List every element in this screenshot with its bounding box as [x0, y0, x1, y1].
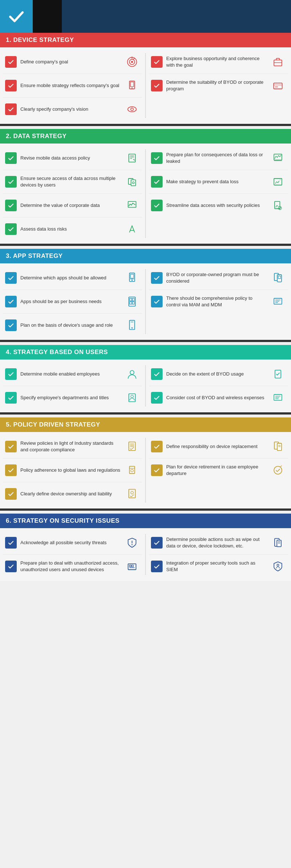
- item-text: Revise mobile data access policy: [20, 155, 121, 161]
- svg-rect-36: [130, 302, 132, 304]
- svg-point-72: [132, 544, 133, 545]
- item-illustration-icon: [270, 390, 286, 406]
- item-text: Review policies in light of Industry sta…: [20, 440, 121, 453]
- list-item: Ensure mobile strategy reflects company'…: [3, 74, 142, 98]
- check-icon: [5, 392, 17, 404]
- svg-point-69: [274, 466, 282, 474]
- svg-rect-13: [274, 84, 282, 86]
- item-text: Explore business opportunity and coheren…: [166, 55, 267, 68]
- section-separator: [0, 340, 291, 342]
- section-device-body: Define company's goal Ensure mobile stra…: [0, 47, 291, 124]
- svg-rect-15: [129, 154, 135, 162]
- check-icon: [5, 319, 17, 331]
- section-data-header: 2. DATA STRATEGY: [0, 129, 291, 144]
- svg-rect-60: [129, 466, 135, 474]
- check-icon: [5, 368, 17, 380]
- list-item: Prepare plan for consequences of data lo…: [149, 146, 288, 170]
- section-security-left-col: Acknowledge all possible security threat…: [0, 531, 145, 578]
- list-item: Plan on the basis of device's usage and …: [3, 314, 142, 337]
- section-app-left-col: Determine which apps should be allowed A…: [0, 266, 145, 337]
- check-icon: [5, 103, 17, 115]
- list-item: Define company's goal: [3, 50, 142, 74]
- item-text: Prepare plan for consequences of data lo…: [166, 152, 267, 164]
- check-icon: [151, 537, 163, 549]
- svg-rect-66: [277, 443, 282, 451]
- list-item: Explore business opportunity and coheren…: [149, 50, 288, 74]
- item-text: Streamline data access with security pol…: [166, 202, 267, 209]
- section-data-right-col: Prepare plan for consequences of data lo…: [146, 146, 291, 241]
- check-icon: [151, 80, 163, 91]
- section-separator: [0, 124, 291, 126]
- svg-rect-20: [131, 180, 136, 186]
- item-text: Determine the value of corporate data: [20, 202, 121, 209]
- svg-rect-12: [274, 83, 282, 89]
- section-policy-header: 5. POLICY DRIVEN STRATEGY: [0, 417, 291, 432]
- check-icon: [5, 80, 17, 91]
- svg-rect-63: [129, 489, 135, 498]
- check-icon: [5, 296, 17, 307]
- item-illustration-icon: [270, 535, 286, 551]
- section-device-header: 1. DEVICE STRATEGY: [0, 33, 291, 47]
- svg-line-70: [280, 466, 282, 467]
- list-item: Policy adherence to global laws and regu…: [3, 459, 142, 482]
- svg-rect-37: [132, 302, 134, 304]
- item-text: BYOD or corporate-owned program must be …: [166, 271, 267, 284]
- item-illustration-icon: [270, 54, 286, 70]
- section-policy: 5. POLICY DRIVEN STRATEGY Review policie…: [0, 417, 291, 511]
- section-device-left-col: Define company's goal Ensure mobile stra…: [0, 50, 145, 121]
- page-header: [0, 0, 291, 33]
- check-icon: [5, 272, 17, 284]
- svg-rect-26: [274, 178, 282, 185]
- item-text: Determine possible actions such as wipe …: [166, 536, 267, 549]
- list-item: Determine the suitability of BYOD or cor…: [149, 74, 288, 97]
- svg-rect-7: [131, 82, 134, 87]
- item-illustration-icon: [124, 78, 140, 94]
- item-text: Define responsibility on device replacem…: [166, 443, 267, 450]
- section-users-header: 4. STRATEGY BASED ON USERS: [0, 345, 291, 360]
- header-number: [33, 0, 62, 33]
- check-icon: [5, 152, 17, 164]
- section-data: 2. DATA STRATEGY Revise mobile data acce…: [0, 129, 291, 246]
- item-illustration-icon: [124, 439, 140, 455]
- section-device-right-col: Explore business opportunity and coheren…: [146, 50, 291, 121]
- item-illustration-icon: [270, 78, 286, 94]
- item-text: Clearly define device ownership and liab…: [20, 491, 121, 497]
- item-illustration-icon: [270, 270, 286, 286]
- list-item: Acknowledge all possible security threat…: [3, 531, 142, 555]
- section-app-right-col: BYOD or corporate-owned program must be …: [146, 266, 291, 337]
- list-item: Prepare plan to deal with unauthorized a…: [3, 555, 142, 578]
- item-illustration-icon: [270, 439, 286, 455]
- list-item: Define responsibility on device replacem…: [149, 435, 288, 459]
- item-illustration-icon: [124, 535, 140, 551]
- check-icon: [5, 176, 17, 188]
- item-illustration-icon: [124, 101, 140, 117]
- svg-rect-35: [132, 298, 134, 301]
- check-icon: [151, 200, 163, 211]
- list-item: There should be comprehensive policy to …: [149, 290, 288, 313]
- svg-line-4: [133, 58, 135, 59]
- section-users-body: Determine mobile enabled employees Speci…: [0, 360, 291, 412]
- item-illustration-icon: [124, 294, 140, 310]
- item-text: Integration of proper security tools suc…: [166, 560, 267, 573]
- section-separator: [0, 508, 291, 511]
- svg-point-32: [131, 280, 133, 281]
- item-text: Prepare plan to deal with unauthorized a…: [20, 560, 121, 573]
- section-security-header: 6. STRATEGY ON SECURITY ISSUES: [0, 514, 291, 528]
- check-icon: [5, 537, 17, 549]
- item-illustration-icon: [270, 558, 286, 574]
- item-illustration-icon: [124, 462, 140, 478]
- svg-rect-24: [274, 154, 282, 160]
- list-item: Revise mobile data access policy: [3, 146, 142, 170]
- check-icon: [151, 272, 163, 284]
- section-separator: [0, 412, 291, 415]
- svg-point-62: [131, 469, 133, 472]
- item-illustration-icon: [270, 174, 286, 190]
- check-icon: [5, 223, 17, 235]
- item-illustration-icon: [124, 366, 140, 382]
- item-illustration-icon: [124, 221, 140, 237]
- svg-point-50: [131, 395, 133, 398]
- svg-rect-34: [130, 298, 132, 301]
- check-icon: [5, 488, 17, 500]
- section-security: 6. STRATEGY ON SECURITY ISSUES Acknowled…: [0, 514, 291, 581]
- section-users: 4. STRATEGY BASED ON USERS Determine mob…: [0, 345, 291, 415]
